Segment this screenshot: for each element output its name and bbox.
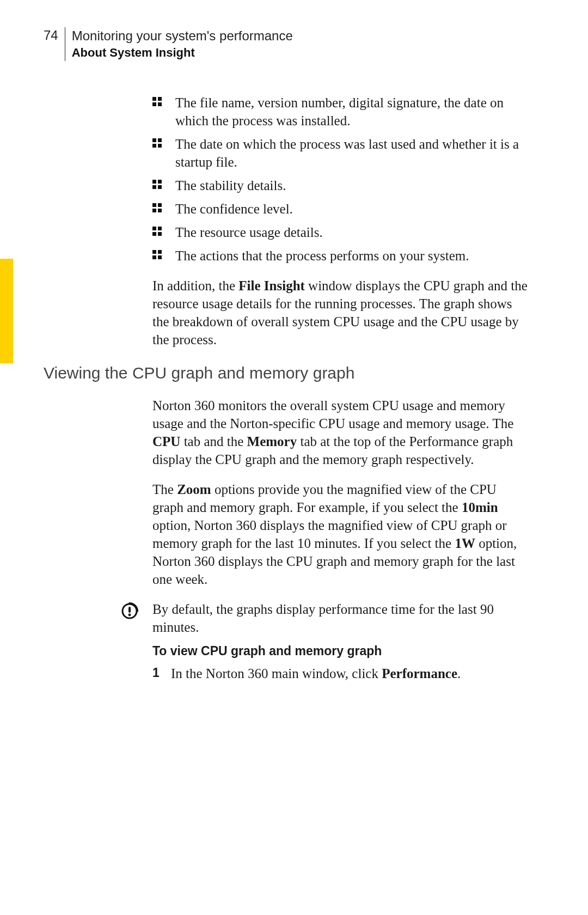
bullet-list: The file name, version number, digital s… (152, 94, 528, 265)
step-list: 1 In the Norton 360 main window, click P… (152, 665, 528, 683)
list-item-text: The resource usage details. (175, 225, 323, 240)
note-block: By default, the graphs display performan… (152, 600, 528, 636)
svg-rect-3 (158, 102, 162, 106)
svg-rect-17 (158, 227, 162, 230)
bold-text: File Insight (238, 278, 305, 293)
svg-rect-9 (158, 180, 162, 184)
four-square-bullet-icon (152, 203, 162, 212)
four-square-bullet-icon (152, 138, 162, 148)
paragraph: The Zoom options provide you the magnifi… (152, 480, 528, 588)
text-run: In addition, the (152, 278, 238, 293)
section-title-header: About System Insight (72, 45, 293, 61)
list-item-text: The stability details. (175, 178, 286, 193)
four-square-bullet-icon (152, 227, 162, 236)
svg-rect-21 (158, 250, 162, 254)
svg-rect-12 (152, 203, 156, 207)
list-item-text: The date on which the process was last u… (175, 137, 519, 169)
svg-rect-0 (152, 97, 156, 101)
svg-rect-20 (152, 250, 156, 254)
svg-rect-23 (158, 255, 162, 259)
text-run: Norton 360 monitors the overall system C… (152, 398, 513, 431)
four-square-bullet-icon (152, 250, 162, 259)
list-item: The file name, version number, digital s… (152, 94, 528, 130)
list-item: The date on which the process was last u… (152, 135, 528, 171)
svg-rect-4 (152, 138, 156, 142)
list-item-text: The file name, version number, digital s… (175, 95, 504, 128)
svg-rect-10 (152, 185, 156, 189)
paragraph: Norton 360 monitors the overall system C… (152, 396, 528, 468)
list-item: The actions that the process performs on… (152, 247, 528, 265)
list-item: The resource usage details. (152, 223, 528, 241)
list-item-text: The actions that the process performs on… (175, 248, 469, 263)
svg-rect-13 (158, 203, 162, 207)
svg-rect-11 (158, 185, 162, 189)
text-run: In the Norton 360 main window, click (171, 666, 382, 681)
svg-rect-15 (158, 209, 162, 212)
bold-text: 10min (462, 500, 498, 515)
page-header: 74 Monitoring your system's performance … (44, 27, 539, 61)
text-run: The (152, 482, 177, 497)
four-square-bullet-icon (152, 97, 162, 106)
svg-rect-14 (152, 209, 156, 212)
chapter-title: Monitoring your system's performance (72, 27, 293, 45)
bold-text: Performance (382, 666, 457, 681)
svg-rect-25 (128, 607, 131, 613)
text-run: option, Norton 360 displays the magnifie… (152, 518, 507, 551)
header-titles: Monitoring your system's performance Abo… (65, 27, 293, 61)
svg-rect-1 (158, 97, 162, 101)
svg-rect-6 (152, 144, 156, 148)
list-item: The confidence level. (152, 200, 528, 218)
note-text: By default, the graphs display performan… (152, 600, 528, 636)
svg-point-26 (128, 614, 131, 617)
subsection-heading: Viewing the CPU graph and memory graph (44, 364, 528, 382)
svg-rect-19 (158, 232, 162, 236)
svg-rect-5 (158, 138, 162, 142)
step-number: 1 (152, 665, 160, 681)
svg-rect-16 (152, 227, 156, 230)
step-item: 1 In the Norton 360 main window, click P… (152, 665, 528, 683)
list-item: The stability details. (152, 176, 528, 194)
task-heading: To view CPU graph and memory graph (152, 644, 528, 658)
page-number: 74 (44, 27, 65, 44)
bold-text: CPU (152, 434, 180, 449)
alert-circle-icon (120, 601, 139, 621)
svg-rect-2 (152, 102, 156, 106)
four-square-bullet-icon (152, 180, 162, 189)
bold-text: 1W (455, 536, 475, 551)
svg-rect-22 (152, 255, 156, 259)
list-item-text: The confidence level. (175, 202, 293, 216)
text-run: . (457, 666, 461, 681)
text-run: tab and the (180, 434, 247, 449)
svg-rect-8 (152, 180, 156, 184)
paragraph: In addition, the File Insight window dis… (152, 277, 528, 349)
bold-text: Zoom (177, 482, 211, 497)
bold-text: Memory (247, 434, 297, 449)
svg-rect-18 (152, 232, 156, 236)
svg-rect-7 (158, 144, 162, 148)
